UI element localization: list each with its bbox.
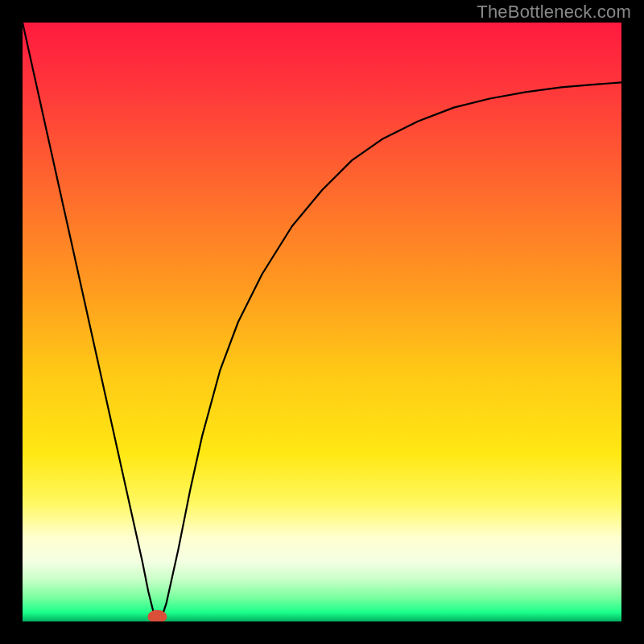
watermark-text: TheBottleneck.com [477,2,631,23]
bottleneck-chart [23,23,621,621]
gradient-background [23,23,621,621]
plot-area [23,23,621,621]
chart-stage: TheBottleneck.com [0,0,644,644]
